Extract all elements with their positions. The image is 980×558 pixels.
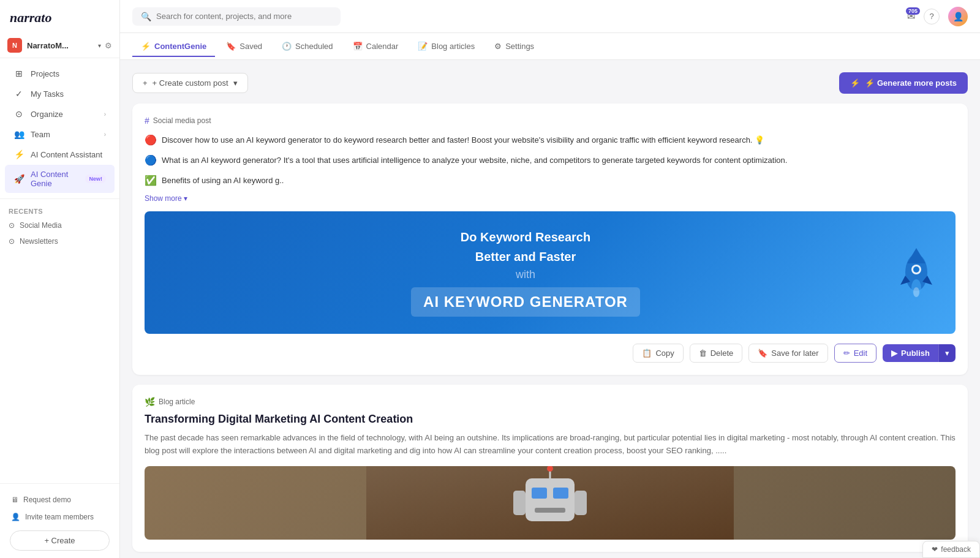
emoji-icon-3: ✅ (145, 175, 157, 186)
tab-scheduled[interactable]: 🕐 Scheduled (273, 37, 341, 57)
notification-count: 705 (906, 7, 920, 15)
create-button[interactable]: + Create (10, 530, 110, 551)
show-more-button[interactable]: Show more ▾ (145, 194, 956, 203)
blog-title: Transforming Digital Marketing AI Conten… (145, 413, 956, 426)
rocket-icon: 🚀 (13, 174, 24, 184)
search-input[interactable] (156, 12, 332, 21)
team-icon: 👥 (13, 129, 24, 139)
chevron-down-icon: ▾ (98, 42, 101, 49)
user-avatar[interactable]: 👤 (948, 7, 968, 26)
request-demo-button[interactable]: 🖥 Request demo (5, 491, 115, 508)
tab-settings[interactable]: ⚙ Settings (486, 37, 543, 57)
workspace-selector[interactable]: N NarratoM... ▾ ⚙ (0, 33, 119, 58)
svg-marker-1 (907, 248, 925, 263)
copy-button[interactable]: 📋 Copy (633, 344, 683, 363)
svg-rect-11 (532, 488, 547, 499)
tab-calendar[interactable]: 📅 Calendar (344, 37, 407, 57)
content-actions-bar: + + Create custom post ▾ ⚡ ⚡ Generate mo… (132, 72, 968, 94)
publish-button-group: ▶ Publish ▾ (883, 344, 956, 362)
workspace-initial: N (7, 38, 22, 53)
generate-more-posts-button[interactable]: ⚡ ⚡ Generate more posts (839, 72, 968, 94)
blog-excerpt: The past decade has seen remarkable adva… (145, 432, 956, 458)
blog-type-label: 🌿 Blog article (145, 397, 956, 407)
tab-saved[interactable]: 🔖 Saved (217, 37, 271, 57)
chevron-down-icon: ▾ (945, 349, 949, 358)
trash-icon: 🗑 (699, 349, 707, 358)
tab-content-genie[interactable]: ⚡ ContentGenie (132, 37, 215, 57)
save-for-later-button[interactable]: 🔖 Save for later (748, 344, 827, 363)
svg-point-3 (913, 266, 919, 273)
social-media-icon: ⊙ (9, 221, 15, 230)
gear-icon[interactable]: ⚙ (105, 41, 112, 50)
topbar: 🔍 ✉ 705 ? 👤 (120, 0, 980, 33)
tab-bar: ⚡ ContentGenie 🔖 Saved 🕐 Scheduled 📅 Cal… (120, 33, 980, 60)
invite-team-button[interactable]: 👤 Invite team members (5, 508, 115, 526)
divider (0, 198, 119, 199)
recent-item-social-media[interactable]: ⊙ Social Media (0, 217, 119, 233)
bolt-tab-icon: ⚡ (141, 42, 151, 51)
sidebar-item-ai-content-genie[interactable]: 🚀 AI Content Genie New! (5, 165, 115, 193)
question-icon: ? (929, 12, 933, 21)
bookmark-save-icon: 🔖 (758, 349, 767, 358)
bookmark-icon: 🔖 (226, 42, 236, 51)
feedback-button[interactable]: ❤ feedback (922, 541, 980, 558)
blog-image-svg (145, 466, 956, 540)
svg-rect-15 (575, 491, 587, 515)
content-area: + + Create custom post ▾ ⚡ ⚡ Generate mo… (120, 60, 980, 558)
post-type-label: # Social media post (145, 116, 956, 126)
newsletter-icon: ⊙ (9, 237, 15, 246)
workspace-name: NarratoM... (27, 41, 69, 50)
tab-blog-articles[interactable]: 📝 Blog articles (409, 37, 483, 57)
sidebar-item-my-tasks[interactable]: ✓ My Tasks (5, 84, 115, 104)
rocket-illustration (892, 242, 941, 303)
post-image-banner: Do Keyword Research Better and Faster wi… (145, 211, 956, 334)
emoji-icon-2: 🔵 (145, 154, 157, 166)
social-media-post-card: # Social media post 🔴 Discover how to us… (132, 104, 968, 375)
svg-rect-10 (526, 478, 575, 521)
recents-heading: Recents (0, 204, 119, 217)
heart-icon: ❤ (932, 545, 938, 554)
plus-icon: + (143, 78, 148, 88)
post-card-actions: 📋 Copy 🗑 Delete 🔖 Save for later ✏ Edit (145, 344, 956, 363)
search-bar[interactable]: 🔍 (132, 7, 341, 26)
logo: narrato (0, 0, 119, 33)
edit-button[interactable]: ✏ Edit (834, 344, 876, 363)
sidebar-item-organize[interactable]: ⊙ Organize › (5, 104, 115, 124)
publish-button[interactable]: ▶ Publish (883, 344, 938, 362)
post-line-2: 🔵 What is an AI keyword generator? It's … (145, 154, 956, 171)
chevron-down-icon: ▾ (184, 194, 187, 203)
play-icon: ▶ (891, 349, 897, 358)
main-nav: ⊞ Projects ✓ My Tasks ⊙ Organize › 👥 Tea… (0, 63, 119, 194)
recent-item-newsletters[interactable]: ⊙ Newsletters (0, 233, 119, 249)
blog-icon: 🌿 (145, 397, 155, 407)
notification-bell[interactable]: ✉ 705 (907, 10, 915, 22)
grid-icon: ⊞ (13, 69, 24, 78)
hashtag-icon: # (145, 116, 149, 126)
arrow-icon: › (104, 131, 106, 138)
new-badge: New! (85, 175, 106, 183)
publish-dropdown-button[interactable]: ▾ (938, 344, 956, 362)
sidebar-item-team[interactable]: 👥 Team › (5, 124, 115, 144)
check-icon: ✓ (13, 89, 24, 99)
post-line-1: 🔴 Discover how to use an AI keyword gene… (145, 134, 956, 151)
create-custom-post-button[interactable]: + + Create custom post ▾ (132, 73, 248, 93)
svg-rect-12 (553, 488, 568, 499)
copy-icon: 📋 (642, 349, 652, 358)
bolt-generate-icon: ⚡ (850, 78, 860, 88)
help-button[interactable]: ? (924, 9, 940, 25)
calendar-icon: 📅 (353, 42, 363, 51)
settings-icon: ⚙ (494, 42, 502, 51)
clock-icon: 🕐 (282, 42, 292, 51)
sidebar-item-projects[interactable]: ⊞ Projects (5, 64, 115, 83)
sidebar-item-ai-content-assistant[interactable]: ⚡ AI Content Assistant (5, 145, 115, 164)
delete-button[interactable]: 🗑 Delete (690, 344, 743, 363)
monitor-icon: 🖥 (11, 496, 18, 504)
emoji-icon-1: 🔴 (145, 134, 157, 146)
user-plus-icon: 👤 (11, 513, 20, 521)
organize-icon: ⊙ (13, 109, 24, 119)
sidebar: narrato N NarratoM... ▾ ⚙ ⊞ Projects ✓ M… (0, 0, 120, 558)
search-icon: 🔍 (141, 12, 151, 21)
svg-point-7 (913, 287, 919, 297)
article-icon: 📝 (418, 42, 428, 51)
main-area: 🔍 ✉ 705 ? 👤 ⚡ ContentGenie 🔖 Saved � (120, 0, 980, 558)
